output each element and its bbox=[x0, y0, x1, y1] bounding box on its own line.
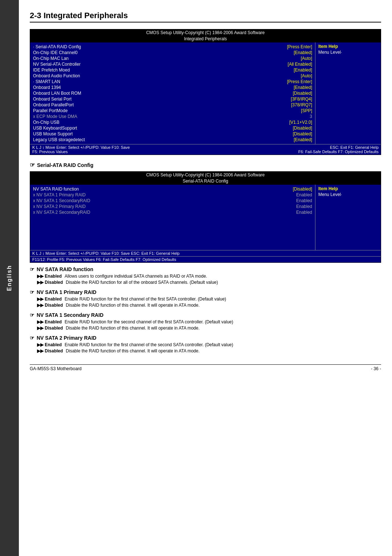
table-row: Parallel PortMode[SPP] bbox=[33, 108, 312, 114]
raid-help: Item Help Menu Level· bbox=[315, 185, 381, 250]
desc-heading-text: NV SATA 2 Primary RAID bbox=[37, 335, 97, 341]
raid-footer: K L J ↕ Move Enter: Select +/-/PU/PD: Va… bbox=[30, 250, 381, 256]
desc-section: ☞NV SATA 1 Secondary RAID▶▶ EnabledEnabl… bbox=[30, 312, 381, 331]
item-value: [Disabled] bbox=[293, 91, 312, 96]
item-name: x ECP Mode Use DMA bbox=[33, 114, 77, 119]
table-row: USB KeyboardSupport[Disabled] bbox=[33, 125, 312, 131]
item-name: On-Chip IDE Channel0 bbox=[33, 50, 78, 55]
table-row: Onboard Audio Function[Auto] bbox=[33, 73, 312, 79]
desc-heading-text: NV SATA RAID function bbox=[37, 266, 93, 272]
item-name: Onboard 1394 bbox=[33, 85, 61, 90]
item-name: IDE Prefetch Moed bbox=[33, 68, 70, 73]
table-row: x NV SATA 2 Primary RAIDEnabled bbox=[33, 204, 312, 209]
desc-heading: ☞NV SATA 1 Primary RAID bbox=[30, 289, 381, 295]
item-name: USB KeyboardSupport bbox=[33, 126, 77, 131]
list-item: ▶▶ DisabledDisable the RAID function of … bbox=[30, 348, 381, 353]
desc-section: ☞NV SATA RAID function▶▶ EnabledAllows u… bbox=[30, 266, 381, 285]
cmos-items: · Serial-ATA RAID Config[Press Enter] On… bbox=[30, 42, 315, 144]
desc-heading: ☞NV SATA 1 Secondary RAID bbox=[30, 312, 381, 318]
cmos-raid-table: CMOS Setup Utility-Copyright (C) 1984-20… bbox=[30, 171, 381, 263]
item-value: Enabled bbox=[296, 192, 312, 197]
cmos-main-table: CMOS Setup Utility-Copyright (C) 1984-20… bbox=[30, 29, 381, 155]
raid-body: NV SATA RAID function[Disabled]x NV SATA… bbox=[30, 185, 381, 250]
bullet-label: ▶▶ Disabled bbox=[37, 326, 63, 331]
table-row: x NV SATA 1 Primary RAIDEnabled bbox=[33, 192, 312, 198]
desc-text: Disable the RAID function of this channe… bbox=[66, 326, 381, 331]
item-name: Onboard Serial Port bbox=[33, 97, 72, 102]
item-value: [SPP] bbox=[301, 108, 312, 113]
table-row: · Serial-ATA RAID Config[Press Enter] bbox=[33, 44, 312, 50]
table-row: IDE Prefetch Moed[Enabled] bbox=[33, 67, 312, 73]
item-value: [Disabled] bbox=[293, 131, 312, 136]
list-item: ▶▶ EnabledEnable RAID function for the f… bbox=[30, 297, 381, 302]
desc-text: Enable RAID function for the first chann… bbox=[65, 297, 381, 302]
desc-arrow-icon: ☞ bbox=[30, 266, 34, 272]
item-value: Enabled bbox=[296, 204, 312, 209]
item-name: Legacy USB storagedetect bbox=[33, 137, 85, 142]
desc-section: ☞NV SATA 2 Primary RAID▶▶ EnabledEnable … bbox=[30, 335, 381, 353]
raid-footer-line1: K L J ↕ Move Enter: Select +/-/PU/PD: Va… bbox=[32, 251, 180, 255]
desc-heading: ☞NV SATA RAID function bbox=[30, 266, 381, 272]
footer-left: K L J ↕ Move Enter: Select +/-/PU/PD: Va… bbox=[32, 145, 130, 154]
table-row: On-Chip MAC Lan[Auto] bbox=[33, 56, 312, 61]
item-value: [3F8/IRQ4] bbox=[291, 97, 312, 102]
desc-heading-text: NV SATA 1 Secondary RAID bbox=[37, 312, 103, 318]
item-value: [Enabled] bbox=[294, 68, 312, 73]
section-heading-text: Serial-ATA RAID Config bbox=[37, 162, 93, 168]
item-value: [Auto] bbox=[301, 56, 312, 61]
item-value: [Disabled] bbox=[293, 126, 312, 131]
item-value: Enabled bbox=[296, 198, 312, 203]
raid-help-title: Item Help bbox=[318, 186, 378, 191]
item-name: x NV SATA 1 Primary RAID bbox=[33, 192, 86, 197]
item-name: NV Serial-ATA Controller bbox=[33, 62, 81, 67]
raid-header-2: Serial-ATA RAID Config bbox=[30, 178, 381, 185]
page-footer: GA-M55S-S3 Motherboard - 36 - bbox=[30, 364, 381, 371]
desc-text: Disable the RAID function of this channe… bbox=[66, 303, 381, 308]
desc-heading: ☞NV SATA 2 Primary RAID bbox=[30, 335, 381, 341]
item-name: x NV SATA 1 SecondaryRAID bbox=[33, 198, 90, 203]
raid-header-1: CMOS Setup Utility-Copyright (C) 1984-20… bbox=[30, 172, 381, 178]
bullet-label: ▶▶ Disabled bbox=[37, 280, 63, 285]
table-row: Onboard Serial Port[3F8/IRQ4] bbox=[33, 96, 312, 102]
main-content: 2-3 Integrated Peripherals CMOS Setup Ut… bbox=[19, 0, 392, 382]
item-value: Enabled bbox=[296, 210, 312, 215]
sidebar-label: English bbox=[6, 265, 13, 291]
item-name: · Serial-ATA RAID Config bbox=[33, 44, 81, 49]
cmos-body: · Serial-ATA RAID Config[Press Enter] On… bbox=[30, 42, 381, 144]
section-arrow: ☞ bbox=[30, 162, 35, 168]
desc-heading-text: NV SATA 1 Primary RAID bbox=[37, 289, 97, 295]
bullet-label: ▶▶ Enabled bbox=[37, 274, 62, 279]
table-row: USB Mouse Support[Disabled] bbox=[33, 131, 312, 137]
raid-items: NV SATA RAID function[Disabled]x NV SATA… bbox=[30, 185, 315, 250]
cmos-footer: K L J ↕ Move Enter: Select +/-/PU/PD: Va… bbox=[30, 144, 381, 155]
item-value: [Enabled] bbox=[294, 50, 312, 55]
bullet-label: ▶▶ Disabled bbox=[37, 348, 63, 353]
list-item: ▶▶ EnabledEnable RAID function for the s… bbox=[30, 319, 381, 324]
item-name: Parallel PortMode bbox=[33, 108, 68, 113]
table-row: x NV SATA 1 SecondaryRAIDEnabled bbox=[33, 198, 312, 204]
item-value: [V1.1+V2.0] bbox=[289, 120, 312, 125]
item-value: [Press Enter] bbox=[287, 79, 312, 84]
desc-section: ☞NV SATA 1 Primary RAID▶▶ EnabledEnable … bbox=[30, 289, 381, 308]
item-name: x NV SATA 2 Primary RAID bbox=[33, 204, 86, 209]
section-serial-ata-heading: ☞ Serial-ATA RAID Config bbox=[30, 162, 381, 168]
item-value: [Auto] bbox=[301, 73, 312, 78]
item-value: [Enabled] bbox=[294, 137, 312, 142]
item-value: [All Enabled] bbox=[288, 62, 312, 67]
item-name: Onboard ParallelPort bbox=[33, 102, 74, 107]
table-row: NV SATA RAID function[Disabled] bbox=[33, 186, 312, 192]
table-row: Legacy USB storagedetect[Enabled] bbox=[33, 137, 312, 143]
table-row: Onboard LAN Boot ROM[Disabled] bbox=[33, 90, 312, 96]
table-row: Onboard 1394[Enabled] bbox=[33, 85, 312, 90]
item-value: [378/IRQ7] bbox=[291, 102, 312, 107]
desc-text: Enable RAID function for the second chan… bbox=[65, 319, 381, 324]
item-name: NV SATA RAID function bbox=[33, 187, 79, 192]
list-item: ▶▶ DisabledDisable the RAID function of … bbox=[30, 326, 381, 331]
page-title: 2-3 Integrated Peripherals bbox=[30, 11, 381, 23]
cmos-header-2: Integrated Peripherals bbox=[30, 36, 381, 42]
table-row: x ECP Mode Use DMA3 bbox=[33, 114, 312, 119]
item-name: On-Chip MAC Lan bbox=[33, 56, 69, 61]
item-name: x NV SATA 2 SecondaryRAID bbox=[33, 210, 90, 215]
desc-arrow-icon: ☞ bbox=[30, 312, 34, 318]
desc-text: Disable the RAID function for all of the… bbox=[66, 280, 381, 285]
